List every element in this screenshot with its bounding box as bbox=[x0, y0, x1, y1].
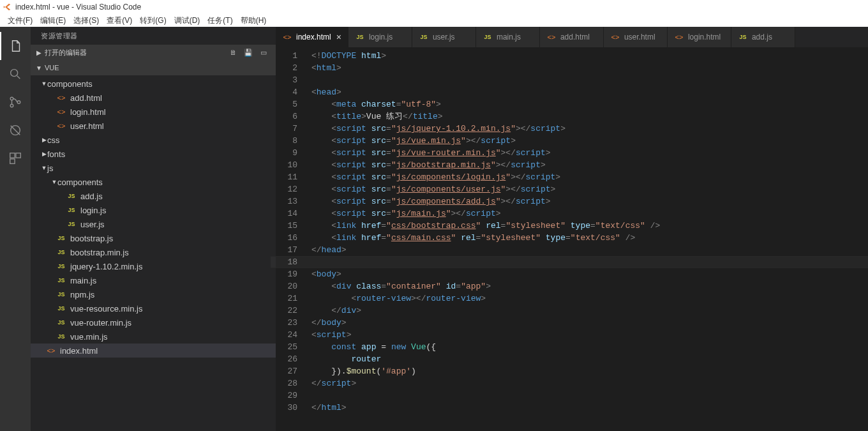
chevron-down-icon: ▼ bbox=[36, 64, 42, 72]
vscode-logo-icon bbox=[3, 3, 11, 11]
editor-tab[interactable]: <>add.html bbox=[540, 27, 604, 47]
code-editor[interactable]: 1234567891011121314151617181920212223242… bbox=[276, 47, 868, 431]
tree-file-index[interactable]: <>index.html bbox=[31, 344, 276, 358]
extensions-icon[interactable] bbox=[0, 144, 31, 172]
tree-file[interactable]: <>user.html bbox=[31, 119, 276, 133]
svg-point-1 bbox=[10, 97, 13, 100]
tree-file[interactable]: JSbootstrap.js bbox=[31, 231, 276, 245]
tree-file[interactable]: JSlogin.js bbox=[31, 203, 276, 217]
menu-help[interactable]: 帮助(H) bbox=[237, 15, 271, 26]
js-icon: JS bbox=[483, 34, 493, 40]
tree-folder-fonts[interactable]: ▶fonts bbox=[31, 147, 276, 161]
tree-file[interactable]: JSbootstrap.min.js bbox=[31, 245, 276, 259]
debug-icon[interactable] bbox=[0, 116, 31, 144]
sidebar-title: 资源管理器 bbox=[31, 27, 276, 45]
activity-bar bbox=[0, 27, 31, 431]
save-all-icon[interactable]: 💾 bbox=[244, 49, 253, 57]
tree-folder-components[interactable]: ▼components bbox=[31, 77, 276, 91]
new-file-icon[interactable]: 🗎 bbox=[228, 49, 237, 57]
svg-rect-5 bbox=[10, 153, 15, 158]
tree-folder-js[interactable]: ▼js bbox=[31, 161, 276, 175]
open-editors-header[interactable]: ▶ 打开的编辑器 🗎 💾 ▭ bbox=[31, 45, 276, 60]
tree-file[interactable]: JSjquery-1.10.2.min.js bbox=[31, 259, 276, 273]
svg-rect-7 bbox=[10, 159, 15, 163]
chevron-right-icon: ▶ bbox=[36, 49, 42, 56]
editor-tab[interactable]: <>index.html× bbox=[276, 27, 348, 47]
tab-label: add.js bbox=[752, 33, 772, 42]
editor-tab[interactable]: <>login.html bbox=[668, 27, 731, 47]
code-content[interactable]: <!DOCTYPE html><html> <head> <meta chars… bbox=[306, 47, 868, 431]
svg-point-3 bbox=[17, 101, 20, 104]
editor-tab[interactable]: <>user.html bbox=[604, 27, 668, 47]
tab-label: index.html bbox=[296, 33, 331, 42]
tree-folder-components-js[interactable]: ▼components bbox=[31, 175, 276, 189]
menu-select[interactable]: 选择(S) bbox=[70, 15, 103, 26]
editor-tab[interactable]: JSmain.js bbox=[476, 27, 540, 47]
tree-file[interactable]: <>add.html bbox=[31, 91, 276, 105]
tree-file[interactable]: <>login.html bbox=[31, 105, 276, 119]
explorer-icon[interactable] bbox=[0, 32, 31, 60]
html-icon: <> bbox=[546, 33, 557, 41]
editor-tab[interactable]: JSuser.js bbox=[412, 27, 476, 47]
file-tree: ▼components <>add.html <>login.html <>us… bbox=[31, 75, 276, 431]
tree-file[interactable]: JSadd.js bbox=[31, 189, 276, 203]
tab-label: login.js bbox=[369, 33, 393, 42]
editor-area: <>index.html×JSlogin.jsJSuser.jsJSmain.j… bbox=[276, 27, 868, 431]
explorer-sidebar: 资源管理器 ▶ 打开的编辑器 🗎 💾 ▭ ▼ VUE ▼components <… bbox=[31, 27, 276, 431]
menu-goto[interactable]: 转到(G) bbox=[136, 15, 170, 26]
menu-tasks[interactable]: 任务(T) bbox=[204, 15, 236, 26]
tree-file[interactable]: JSvue-router.min.js bbox=[31, 315, 276, 329]
project-header[interactable]: ▼ VUE bbox=[31, 60, 276, 75]
search-icon[interactable] bbox=[0, 60, 31, 88]
window-title: index.html - vue - Visual Studio Code bbox=[15, 3, 141, 11]
menu-debug[interactable]: 调试(D) bbox=[170, 15, 204, 26]
tab-label: add.html bbox=[560, 33, 590, 42]
close-all-icon[interactable]: ▭ bbox=[259, 49, 268, 57]
tree-file[interactable]: JSuser.js bbox=[31, 217, 276, 231]
menu-edit[interactable]: 编辑(E) bbox=[36, 15, 70, 26]
tree-file[interactable]: JSnpm.js bbox=[31, 287, 276, 301]
source-control-icon[interactable] bbox=[0, 88, 31, 116]
menubar: 文件(F) 编辑(E) 选择(S) 查看(V) 转到(G) 调试(D) 任务(T… bbox=[0, 14, 868, 27]
html-icon: <> bbox=[610, 33, 620, 41]
tab-label: main.js bbox=[497, 33, 521, 42]
window-titlebar: index.html - vue - Visual Studio Code bbox=[0, 0, 868, 14]
svg-point-0 bbox=[11, 70, 18, 77]
close-icon[interactable]: × bbox=[336, 32, 341, 42]
tree-file[interactable]: JSvue-resource.min.js bbox=[31, 301, 276, 315]
editor-tab[interactable]: JSadd.js bbox=[731, 27, 795, 47]
svg-point-2 bbox=[10, 104, 13, 107]
line-gutter: 1234567891011121314151617181920212223242… bbox=[276, 47, 306, 431]
html-icon: <> bbox=[674, 33, 684, 41]
editor-tabs: <>index.html×JSlogin.jsJSuser.jsJSmain.j… bbox=[276, 27, 868, 47]
menu-file[interactable]: 文件(F) bbox=[4, 15, 36, 26]
tab-label: login.html bbox=[688, 33, 721, 42]
tab-label: user.html bbox=[624, 33, 655, 42]
js-icon: JS bbox=[355, 34, 365, 40]
tab-label: user.js bbox=[433, 33, 455, 42]
editor-tab[interactable]: JSlogin.js bbox=[348, 27, 412, 47]
js-icon: JS bbox=[738, 34, 748, 40]
menu-view[interactable]: 查看(V) bbox=[103, 15, 136, 26]
html-icon: <> bbox=[282, 33, 292, 41]
js-icon: JS bbox=[419, 34, 429, 40]
svg-rect-6 bbox=[16, 153, 20, 158]
tree-file[interactable]: JSvue.min.js bbox=[31, 329, 276, 344]
tree-folder-css[interactable]: ▶css bbox=[31, 133, 276, 147]
tree-file[interactable]: JSmain.js bbox=[31, 273, 276, 287]
